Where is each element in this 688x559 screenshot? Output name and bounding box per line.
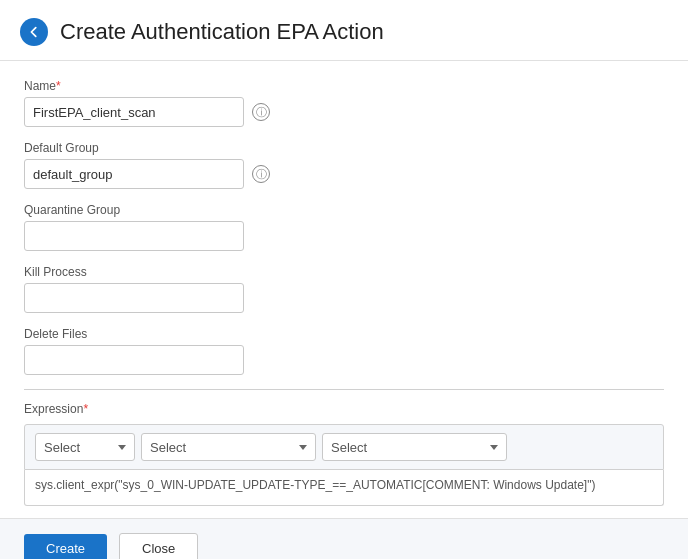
page-title: Create Authentication EPA Action	[60, 19, 384, 45]
name-input[interactable]	[24, 97, 244, 127]
name-info-icon: ⓘ	[252, 103, 270, 121]
select-row: Select Select Select	[24, 424, 664, 470]
select-dropdown-3[interactable]: Select	[322, 433, 507, 461]
default-group-field-group: Default Group ⓘ	[24, 141, 664, 189]
default-group-input[interactable]	[24, 159, 244, 189]
name-input-row: ⓘ	[24, 97, 664, 127]
name-field-group: Name* ⓘ	[24, 79, 664, 127]
default-group-label: Default Group	[24, 141, 664, 155]
select-2-label: Select	[150, 440, 293, 455]
quarantine-group-field-group: Quarantine Group	[24, 203, 664, 251]
select-3-label: Select	[331, 440, 484, 455]
expression-text-area: sys.client_expr("sys_0_WIN-UPDATE_UPDATE…	[24, 470, 664, 506]
kill-process-input-row	[24, 283, 664, 313]
form-footer: Create Close	[0, 518, 688, 559]
arrow-left-icon	[27, 25, 41, 39]
delete-files-label: Delete Files	[24, 327, 664, 341]
default-group-info-icon: ⓘ	[252, 165, 270, 183]
chevron-down-icon-2	[299, 445, 307, 450]
chevron-down-icon-3	[490, 445, 498, 450]
delete-files-input-row	[24, 345, 664, 375]
expression-section: Expression* Select Select Select sys.cli…	[24, 389, 664, 506]
expression-label: Expression*	[24, 402, 664, 416]
create-button[interactable]: Create	[24, 534, 107, 559]
default-group-input-row: ⓘ	[24, 159, 664, 189]
kill-process-input[interactable]	[24, 283, 244, 313]
chevron-down-icon-1	[118, 445, 126, 450]
close-button[interactable]: Close	[119, 533, 198, 559]
name-label: Name*	[24, 79, 664, 93]
select-dropdown-2[interactable]: Select	[141, 433, 316, 461]
kill-process-field-group: Kill Process	[24, 265, 664, 313]
quarantine-group-input-row	[24, 221, 664, 251]
form-body: Name* ⓘ Default Group ⓘ Quarantine Group…	[0, 61, 688, 518]
kill-process-label: Kill Process	[24, 265, 664, 279]
quarantine-group-input[interactable]	[24, 221, 244, 251]
select-dropdown-1[interactable]: Select	[35, 433, 135, 461]
delete-files-input[interactable]	[24, 345, 244, 375]
quarantine-group-label: Quarantine Group	[24, 203, 664, 217]
select-1-label: Select	[44, 440, 112, 455]
page-container: Create Authentication EPA Action Name* ⓘ…	[0, 0, 688, 559]
page-header: Create Authentication EPA Action	[0, 0, 688, 61]
back-button[interactable]	[20, 18, 48, 46]
delete-files-field-group: Delete Files	[24, 327, 664, 375]
